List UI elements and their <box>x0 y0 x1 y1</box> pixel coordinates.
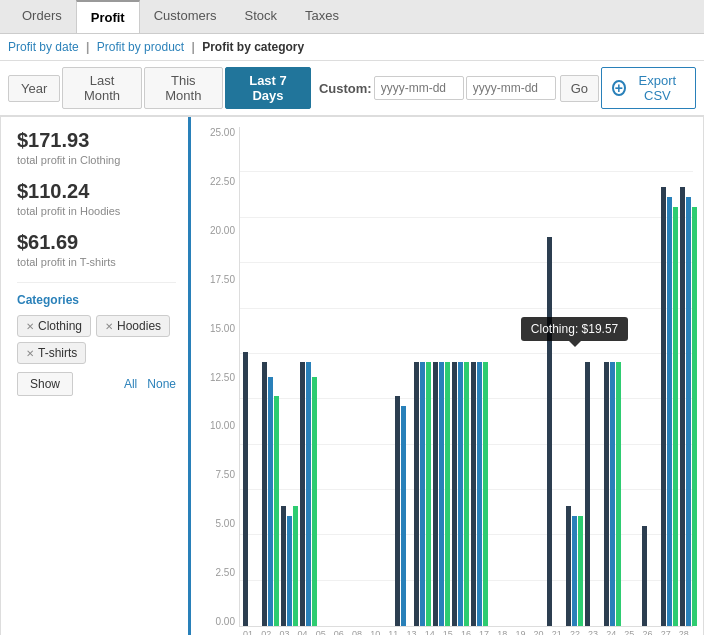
bar-group <box>261 127 280 626</box>
bar-group <box>356 127 375 626</box>
x-label-group: 18jan <box>493 629 511 635</box>
bar-clothing[interactable] <box>661 187 666 626</box>
filter-last-7-days[interactable]: Last 7 Days <box>225 67 311 109</box>
bar-hoodies[interactable] <box>420 362 425 626</box>
bar-hoodies[interactable] <box>439 362 444 626</box>
bar-clothing[interactable] <box>452 362 457 626</box>
show-button[interactable]: Show <box>17 372 73 396</box>
bar-clothing[interactable] <box>262 362 267 626</box>
subnav-profit-by-product[interactable]: Profit by product <box>97 40 184 54</box>
y-label: 5.00 <box>201 518 239 529</box>
subnav-profit-by-date[interactable]: Profit by date <box>8 40 79 54</box>
bar-tshirts[interactable] <box>483 362 488 626</box>
x-label-group: 15jan <box>439 629 457 635</box>
export-csv-button[interactable]: + Export CSV <box>601 67 696 109</box>
tab-taxes[interactable]: Taxes <box>291 0 353 33</box>
x-label-group: 11jan <box>384 629 402 635</box>
x-label-group: 23jan <box>584 629 602 635</box>
category-tag-tshirts[interactable]: ✕ T-shirts <box>17 342 86 364</box>
y-label: 0.00 <box>201 616 239 627</box>
bar-tshirts[interactable] <box>293 506 298 626</box>
y-label: 22.50 <box>201 176 239 187</box>
custom-date-end[interactable] <box>466 76 556 100</box>
chart-inner: 0.002.505.007.5010.0012.5015.0017.5020.0… <box>201 127 693 635</box>
y-label: 2.50 <box>201 567 239 578</box>
tab-profit[interactable]: Profit <box>76 0 140 33</box>
remove-hoodies-icon: ✕ <box>105 321 113 332</box>
bar-group <box>470 127 489 626</box>
bar-clothing[interactable] <box>604 362 609 626</box>
bar-hoodies[interactable] <box>610 362 615 626</box>
bar-tshirts[interactable] <box>426 362 431 626</box>
bar-clothing[interactable] <box>566 506 571 626</box>
bar-group <box>432 127 451 626</box>
bar-tshirts[interactable] <box>673 207 678 626</box>
bar-group <box>641 127 660 626</box>
custom-date-start[interactable] <box>374 76 464 100</box>
x-label-group: 16jan <box>457 629 475 635</box>
tab-orders[interactable]: Orders <box>8 0 76 33</box>
category-tag-hoodies[interactable]: ✕ Hoodies <box>96 315 170 337</box>
bar-clothing[interactable] <box>471 362 476 626</box>
bar-hoodies[interactable] <box>458 362 463 626</box>
bar-tshirts[interactable] <box>464 362 469 626</box>
filter-year[interactable]: Year <box>8 75 60 102</box>
bar-tshirts[interactable] <box>616 362 621 626</box>
x-label-group: 17jan <box>475 629 493 635</box>
bar-tshirts[interactable] <box>445 362 450 626</box>
tab-customers[interactable]: Customers <box>140 0 231 33</box>
bar-tshirts[interactable] <box>578 516 583 626</box>
bar-tshirts[interactable] <box>692 207 697 626</box>
bar-group <box>375 127 394 626</box>
bar-hoodies[interactable] <box>268 377 273 627</box>
tshirts-label: T-shirts <box>38 346 77 360</box>
sub-nav: Profit by date | Profit by product | Pro… <box>0 34 704 61</box>
bar-group <box>299 127 318 626</box>
x-label-group: 01jan <box>239 629 257 635</box>
all-link[interactable]: All <box>124 377 137 391</box>
bar-group <box>603 127 622 626</box>
divider <box>17 282 176 283</box>
bar-group <box>413 127 432 626</box>
bar-clothing[interactable] <box>585 362 590 626</box>
bar-clothing[interactable] <box>414 362 419 626</box>
bar-clothing[interactable] <box>281 506 286 626</box>
bar-clothing[interactable] <box>547 237 552 626</box>
profit-clothing-label: total profit in Clothing <box>17 154 176 166</box>
x-label-group: 03jan <box>275 629 293 635</box>
hoodies-label: Hoodies <box>117 319 161 333</box>
custom-label: Custom: <box>319 81 372 96</box>
bar-hoodies[interactable] <box>572 516 577 626</box>
bar-hoodies[interactable] <box>401 406 406 626</box>
bar-clothing[interactable] <box>300 362 305 626</box>
bar-hoodies[interactable] <box>686 197 691 626</box>
remove-clothing-icon: ✕ <box>26 321 34 332</box>
filter-last-month[interactable]: Last Month <box>62 67 141 109</box>
sidebar: $171.93 total profit in Clothing $110.24… <box>1 117 191 635</box>
category-tag-clothing[interactable]: ✕ Clothing <box>17 315 91 337</box>
bar-hoodies[interactable] <box>477 362 482 626</box>
filter-this-month[interactable]: This Month <box>144 67 223 109</box>
go-button[interactable]: Go <box>560 75 599 102</box>
bar-hoodies[interactable] <box>667 197 672 626</box>
bar-hoodies[interactable] <box>287 516 292 626</box>
clothing-label: Clothing <box>38 319 82 333</box>
bar-group <box>242 127 261 626</box>
bar-clothing[interactable] <box>680 187 685 626</box>
chart-area: 0.002.505.007.5010.0012.5015.0017.5020.0… <box>191 117 703 635</box>
bar-group <box>584 127 603 626</box>
tab-stock[interactable]: Stock <box>231 0 292 33</box>
export-label: Export CSV <box>630 73 685 103</box>
bar-group <box>622 127 641 626</box>
profit-clothing: $171.93 total profit in Clothing <box>17 129 176 166</box>
bar-hoodies[interactable] <box>306 362 311 626</box>
bar-tshirts[interactable] <box>274 396 279 626</box>
x-label-group: 21jan <box>548 629 566 635</box>
none-link[interactable]: None <box>147 377 176 391</box>
bar-group <box>527 127 546 626</box>
bar-tshirts[interactable] <box>312 377 317 627</box>
bar-clothing[interactable] <box>433 362 438 626</box>
bar-clothing[interactable] <box>642 526 647 626</box>
bar-clothing[interactable] <box>243 352 248 626</box>
bar-clothing[interactable] <box>395 396 400 626</box>
